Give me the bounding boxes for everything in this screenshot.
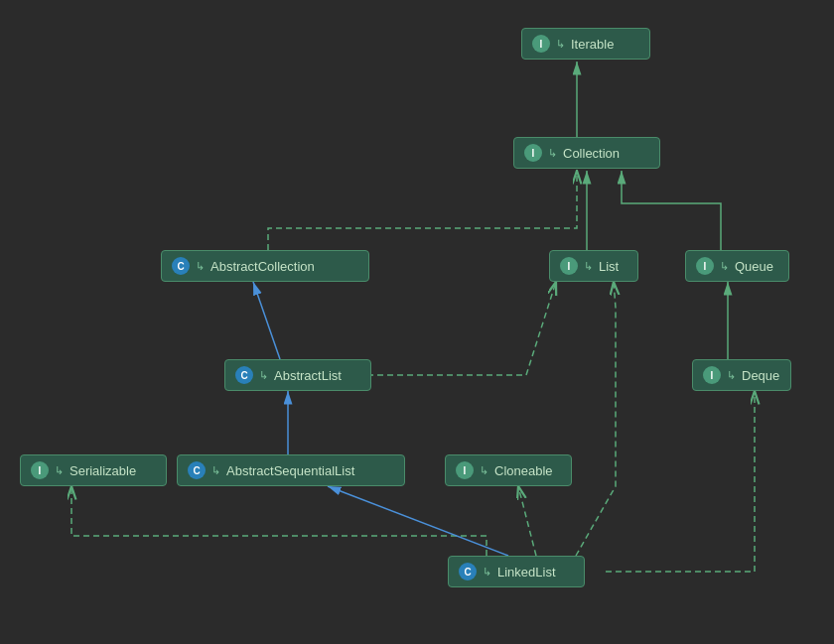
label-collection: Collection: [563, 146, 620, 161]
node-abstractcollection[interactable]: C ↳ AbstractCollection: [161, 250, 369, 282]
icon-abstractsequentiallist: ↳: [211, 464, 220, 477]
icon-linkedlist: ↳: [483, 566, 491, 579]
label-abstractsequentiallist: AbstractSequentialList: [226, 463, 354, 478]
icon-queue: ↳: [720, 260, 729, 273]
badge-cloneable: I: [456, 461, 474, 479]
icon-abstractlist: ↳: [259, 369, 268, 382]
svg-line-5: [328, 486, 508, 556]
badge-list: I: [560, 257, 578, 275]
badge-collection: I: [524, 144, 542, 162]
label-iterable: Iterable: [571, 37, 614, 52]
label-abstractcollection: AbstractCollection: [210, 259, 315, 274]
node-list[interactable]: I ↳ List: [549, 250, 638, 282]
icon-abstractcollection: ↳: [196, 260, 205, 273]
badge-serializable: I: [31, 461, 49, 479]
badge-iterable: I: [532, 35, 550, 53]
label-deque: Deque: [742, 368, 779, 383]
node-iterable[interactable]: I ↳ Iterable: [521, 28, 650, 60]
diagram-container: I ↳ Iterable I ↳ Collection C ↳ Abstract…: [0, 0, 834, 644]
icon-deque: ↳: [727, 369, 736, 382]
node-linkedlist[interactable]: C ↳ LinkedList: [448, 556, 585, 587]
node-collection[interactable]: I ↳ Collection: [513, 137, 660, 169]
badge-linkedlist: C: [459, 563, 477, 580]
label-cloneable: Cloneable: [494, 463, 553, 478]
label-queue: Queue: [735, 259, 773, 274]
connections-svg: [0, 0, 834, 644]
node-queue[interactable]: I ↳ Queue: [685, 250, 789, 282]
badge-abstractsequentiallist: C: [188, 461, 206, 479]
label-abstractlist: AbstractList: [274, 368, 342, 383]
svg-line-2: [253, 282, 280, 359]
svg-line-6: [518, 486, 536, 556]
node-cloneable[interactable]: I ↳ Cloneable: [445, 454, 572, 486]
icon-list: ↳: [584, 260, 593, 273]
label-list: List: [599, 259, 619, 274]
node-deque[interactable]: I ↳ Deque: [692, 359, 791, 391]
node-abstractsequentiallist[interactable]: C ↳ AbstractSequentialList: [177, 454, 405, 486]
icon-collection: ↳: [548, 147, 557, 160]
icon-cloneable: ↳: [480, 464, 488, 477]
label-serializable: Serializable: [70, 463, 136, 478]
badge-deque: I: [703, 366, 721, 384]
badge-abstractlist: C: [235, 366, 253, 384]
badge-queue: I: [696, 257, 714, 275]
node-abstractlist[interactable]: C ↳ AbstractList: [224, 359, 371, 391]
icon-iterable: ↳: [556, 38, 565, 51]
icon-serializable: ↳: [55, 464, 64, 477]
badge-abstractcollection: C: [172, 257, 190, 275]
label-linkedlist: LinkedList: [497, 565, 556, 580]
node-serializable[interactable]: I ↳ Serializable: [20, 454, 167, 486]
